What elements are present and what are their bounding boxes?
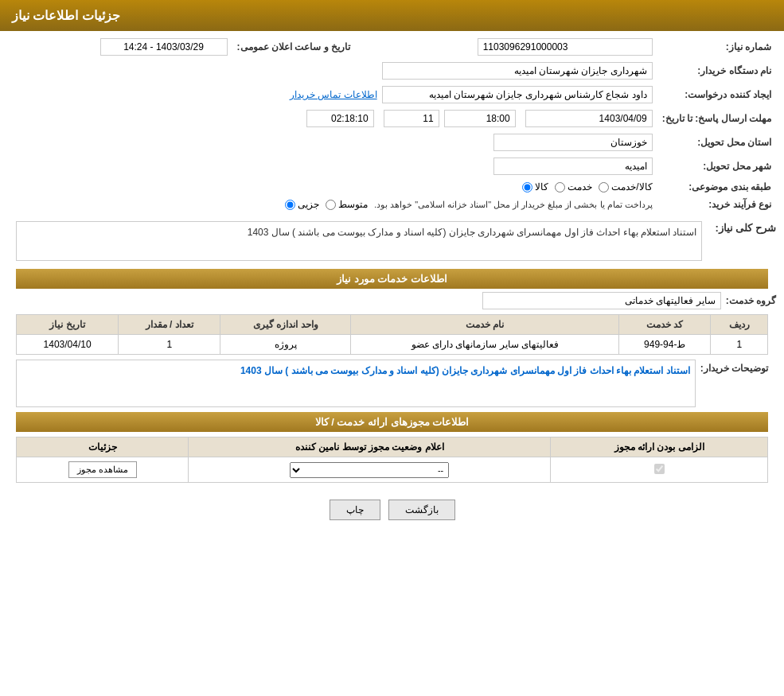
creator-label: ایجاد کننده درخواست:: [657, 83, 776, 107]
license-status-select[interactable]: --: [290, 462, 449, 478]
process-label: نوع فرآیند خرید:: [657, 196, 776, 213]
need-number-field: 1103096291000003: [478, 38, 653, 56]
category-value: کالا/خدمت خدمت کالا: [8, 178, 657, 196]
back-button[interactable]: بازگشت: [388, 500, 455, 520]
process-jozei-item: جزیی: [285, 199, 319, 210]
deadline-label: مهلت ارسال پاسخ: تا تاریخ:: [657, 107, 776, 130]
buyer-org-field: شهرداری جایزان شهرستان امیدیه: [382, 62, 653, 80]
deadline-value: 1403/04/09 18:00 11 02:18:10: [8, 107, 657, 130]
remaining-time-field: 02:18:10: [306, 110, 374, 127]
main-content: شماره نیاز: 1103096291000003 تاریخ و ساع…: [0, 31, 784, 536]
process-note: پرداخت تمام یا بخشی از مبلغ خریدار از مح…: [374, 200, 653, 210]
deadline-days-field: 11: [384, 110, 439, 127]
creator-field: داود شجاع کارشناس شهرداری جایزان شهرستان…: [382, 86, 653, 103]
lic-status-cell: --: [189, 457, 551, 483]
deadline-date-field: 1403/04/09: [525, 110, 653, 127]
buyer-org-label: نام دستگاه خریدار:: [657, 59, 776, 83]
category-kala-label: کالا: [535, 181, 548, 192]
services-table: ردیف کد خدمت نام خدمت واحد اندازه گیری ت…: [16, 314, 768, 355]
page-wrapper: جزئیات اطلاعات نیاز شماره نیاز: 11030962…: [0, 0, 784, 696]
creator-contact-link[interactable]: اطلاعات تماس خریدار: [290, 89, 377, 100]
deadline-time-field: 18:00: [444, 110, 516, 127]
footer-buttons: بازگشت چاپ: [8, 488, 776, 532]
lic-details-cell: مشاهده مجوز: [17, 457, 189, 483]
col-header-qty: تعداد / مقدار: [119, 315, 220, 335]
need-number-label: شماره نیاز:: [657, 35, 776, 59]
col-header-date: تاریخ نیاز: [17, 315, 119, 335]
need-description-field: استناد استعلام بهاء احداث فاز اول مهمانس…: [16, 221, 702, 261]
services-section-title: اطلاعات خدمات مورد نیاز: [16, 269, 768, 289]
lic-col-status: اعلام وضعیت مجوز توسط نامین کننده: [189, 437, 551, 457]
process-value: پرداخت تمام یا بخشی از مبلغ خریدار از مح…: [8, 196, 657, 213]
process-jozei-radio[interactable]: [285, 200, 295, 210]
category-kala-khedmat-item: کالا/خدمت: [599, 181, 652, 192]
col-header-name: نام خدمت: [351, 315, 619, 335]
province-field: خوزستان: [493, 134, 653, 151]
province-label: استان محل تحویل:: [657, 130, 776, 154]
row-quantity: 1: [119, 335, 220, 355]
category-kala-item: کالا: [522, 181, 548, 192]
col-header-unit: واحد اندازه گیری: [220, 315, 351, 335]
category-khedmat-label: خدمت: [568, 181, 592, 192]
need-number-value: 1103096291000003: [355, 35, 657, 59]
announce-label: تاریخ و ساعت اعلان عمومی:: [232, 35, 355, 59]
category-kala-khedmat-radio[interactable]: [599, 182, 609, 192]
city-field: امیدیه: [493, 157, 653, 175]
service-group-label: گروه خدمت:: [726, 295, 776, 306]
row-unit: پروژه: [220, 335, 351, 355]
process-motavaset-radio[interactable]: [326, 200, 336, 210]
buyer-notes-section: توضیحات خریدار: استناد استعلام بهاء احدا…: [16, 360, 768, 407]
announce-value: 1403/03/29 - 14:24: [8, 35, 232, 59]
process-jozei-label: جزیی: [298, 199, 319, 210]
process-motavaset-label: متوسط: [338, 199, 368, 210]
row-number: 1: [711, 335, 768, 355]
buyer-notes-label: توضیحات خریدار:: [700, 360, 768, 374]
view-license-button[interactable]: مشاهده مجوز: [68, 461, 137, 478]
lic-mandatory-cell: [551, 457, 768, 483]
mandatory-checkbox: [654, 464, 665, 474]
info-table: شماره نیاز: 1103096291000003 تاریخ و ساع…: [8, 35, 776, 213]
licenses-table: الزامی بودن ارائه مجوز اعلام وضعیت مجوز …: [16, 437, 768, 483]
buyer-notes-field: استناد استعلام بهاء احداث فاز اول مهمانس…: [16, 360, 696, 407]
row-service-name: فعالیتهای سایر سازمانهای دارای عضو: [351, 335, 619, 355]
service-group-field: سایر فعالیتهای خدماتی: [482, 292, 721, 309]
need-description-label: شرح کلی نیاز:: [715, 218, 776, 234]
announce-date-field: 1403/03/29 - 14:24: [100, 38, 228, 56]
licenses-section-title: اطلاعات مجوزهای ارائه خدمت / کالا: [16, 412, 768, 432]
page-header: جزئیات اطلاعات نیاز: [0, 0, 784, 31]
category-kala-radio[interactable]: [522, 182, 532, 192]
category-label: طبقه بندی موضوعی:: [657, 178, 776, 196]
need-description-section: شرح کلی نیاز: استناد استعلام بهاء احداث …: [8, 218, 776, 264]
category-kala-khedmat-label: کالا/خدمت: [611, 181, 652, 192]
print-button[interactable]: چاپ: [330, 500, 380, 520]
row-date: 1403/04/10: [17, 335, 119, 355]
row-code: ط-94-949: [619, 335, 711, 355]
creator-value: داود شجاع کارشناس شهرداری جایزان شهرستان…: [8, 83, 657, 107]
col-header-row: ردیف: [711, 315, 768, 335]
service-group-row: گروه خدمت: سایر فعالیتهای خدماتی: [8, 292, 776, 309]
province-value: خوزستان: [8, 130, 657, 154]
category-khedmat-item: خدمت: [555, 181, 592, 192]
lic-col-mandatory: الزامی بودن ارائه مجوز: [551, 437, 768, 457]
col-header-code: کد خدمت: [619, 315, 711, 335]
city-value: امیدیه: [8, 154, 657, 178]
buyer-org-value: شهرداری جایزان شهرستان امیدیه: [8, 59, 657, 83]
category-khedmat-radio[interactable]: [555, 182, 565, 192]
process-motavaset-item: متوسط: [326, 199, 368, 210]
lic-col-details: جزئیات: [17, 437, 189, 457]
city-label: شهر محل تحویل:: [657, 154, 776, 178]
page-title: جزئیات اطلاعات نیاز: [12, 9, 120, 22]
table-row: 1 ط-94-949 فعالیتهای سایر سازمانهای دارا…: [17, 335, 768, 355]
license-row: -- مشاهده مجوز: [17, 457, 768, 483]
